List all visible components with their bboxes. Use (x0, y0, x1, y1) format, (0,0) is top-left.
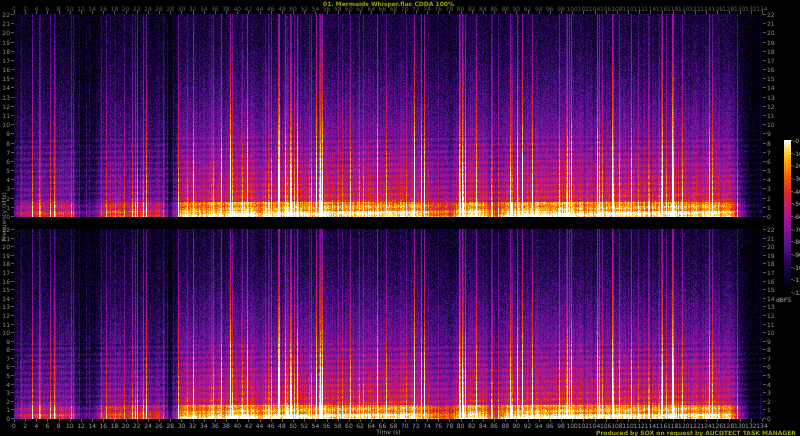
time-tick-label-top: 30 (178, 5, 186, 12)
time-tick-label-top: 114 (645, 5, 656, 12)
time-tick-label-top: 40 (233, 5, 241, 12)
freq-tick-label-left: 7 (0, 355, 10, 362)
freq-tick-label-left: 16 (0, 66, 10, 73)
freq-tick-label-right: 5 (767, 167, 771, 174)
freq-tick-label-right: 15 (767, 286, 775, 293)
time-tick-label-bottom: 20 (122, 422, 130, 429)
time-tick-label-top: 80 (457, 5, 465, 12)
time-tick-label-top: 116 (656, 5, 667, 12)
freq-tick-label-left: 1 (0, 406, 10, 413)
db-tick-label: -30 (793, 175, 800, 182)
freq-tick-label-left: 1 (0, 204, 10, 211)
time-tick-label-top: 48 (278, 5, 286, 12)
time-tick-label-bottom: 40 (233, 422, 241, 429)
time-tick-label-top: 56 (323, 5, 331, 12)
footer-credit: Produced by SOX on request by AUCDTECT T… (596, 429, 796, 436)
freq-tick-label-right: 18 (767, 48, 775, 55)
freq-tick-label-left: 11 (0, 321, 10, 328)
freq-tick-label-left: 2 (0, 398, 10, 405)
freq-tick-label-right: 17 (767, 57, 775, 64)
freq-tick-label-left: 14 (0, 84, 10, 91)
time-tick-label-bottom: 10 (66, 422, 74, 429)
freq-tick-label-right: 10 (767, 121, 775, 128)
time-tick-label-bottom: 118 (667, 422, 678, 429)
time-tick-label-top: 82 (468, 5, 476, 12)
time-tick-label-top: 14 (88, 5, 96, 12)
time-tick-label-bottom: 94 (535, 422, 543, 429)
freq-tick-label-right: 17 (767, 269, 775, 276)
freq-tick-label-right: 3 (767, 185, 771, 192)
db-tick-label: -60 (793, 213, 800, 220)
freq-tick-label-left: 9 (0, 130, 10, 137)
time-tick-label-bottom: 82 (468, 422, 476, 429)
freq-tick-label-right: 2 (767, 398, 771, 405)
freq-tick-label-left: 21 (0, 20, 10, 27)
time-tick-label-top: 60 (345, 5, 353, 12)
time-tick-label-top: 12 (77, 5, 85, 12)
freq-tick-label-right: 8 (767, 346, 771, 353)
db-tick-label: -0 (793, 137, 799, 144)
freq-tick-label-right: 14 (767, 295, 775, 302)
time-tick-label-top: 2 (23, 5, 27, 12)
freq-tick-label-right: 9 (767, 338, 771, 345)
time-tick-label-top: 52 (300, 5, 308, 12)
freq-tick-label-right: 20 (767, 29, 775, 36)
freq-tick-label-left: 20 (0, 29, 10, 36)
time-tick-label-bottom: 100 (566, 422, 577, 429)
time-tick-label-bottom: 42 (245, 422, 253, 429)
time-tick-label-bottom: 88 (501, 422, 509, 429)
time-tick-label-bottom: 64 (367, 422, 375, 429)
freq-tick-label-right: 0 (767, 415, 771, 422)
time-tick-label-top: 78 (446, 5, 454, 12)
freq-tick-label-right: 20 (767, 243, 775, 250)
freq-tick-label-left: 8 (0, 140, 10, 147)
time-tick-label-bottom: 76 (434, 422, 442, 429)
time-tick-label-bottom: 44 (256, 422, 264, 429)
freq-tick-label-right: 19 (767, 39, 775, 46)
freq-tick-label-left: 18 (0, 260, 10, 267)
time-tick-label-bottom: 46 (267, 422, 275, 429)
freq-tick-label-left: 4 (0, 176, 10, 183)
freq-tick-label-right: 15 (767, 75, 775, 82)
db-tick-label: -20 (793, 162, 800, 169)
time-tick-label-bottom: 52 (300, 422, 308, 429)
freq-tick-label-right: 4 (767, 176, 771, 183)
time-tick-label-bottom: 86 (490, 422, 498, 429)
time-tick-label-bottom: 2 (23, 422, 27, 429)
freq-tick-label-left: 20 (0, 243, 10, 250)
time-tick-label-top: 130 (734, 5, 745, 12)
time-tick-label-top: 4 (34, 5, 38, 12)
freq-tick-label-right: 5 (767, 372, 771, 379)
time-tick-label-top: 124 (700, 5, 711, 12)
freq-tick-label-left: 11 (0, 112, 10, 119)
time-tick-label-top: 126 (712, 5, 723, 12)
time-tick-label-bottom: 102 (578, 422, 589, 429)
time-tick-label-top: 132 (745, 5, 756, 12)
time-tick-label-top: 18 (111, 5, 119, 12)
freq-tick-label-left: 4 (0, 381, 10, 388)
freq-tick-label-left: 17 (0, 269, 10, 276)
time-tick-label-top: 74 (423, 5, 431, 12)
freq-tick-label-right: 2 (767, 195, 771, 202)
freq-tick-label-left: 6 (0, 363, 10, 370)
freq-tick-label-left: 13 (0, 94, 10, 101)
time-tick-label-top: 84 (479, 5, 487, 12)
time-tick-label-bottom: 6 (46, 422, 50, 429)
time-tick-label-bottom: 54 (312, 422, 320, 429)
time-tick-label-bottom: 66 (379, 422, 387, 429)
time-tick-label-top: 96 (546, 5, 554, 12)
time-tick-label-top: 110 (622, 5, 633, 12)
time-tick-label-bottom: 38 (222, 422, 230, 429)
time-tick-label-top: 36 (211, 5, 219, 12)
freq-tick-label-right: 13 (767, 94, 775, 101)
freq-tick-label-left: 3 (0, 389, 10, 396)
time-tick-label-bottom: 116 (656, 422, 667, 429)
time-tick-label-top: 122 (689, 5, 700, 12)
freq-tick-label-right: 6 (767, 363, 771, 370)
freq-tick-label-left: 19 (0, 39, 10, 46)
time-tick-label-bottom: 16 (99, 422, 107, 429)
spectrogram-canvas (0, 0, 800, 436)
time-tick-label-bottom: 92 (524, 422, 532, 429)
freq-tick-label-right: 18 (767, 260, 775, 267)
time-tick-label-top: 22 (133, 5, 141, 12)
